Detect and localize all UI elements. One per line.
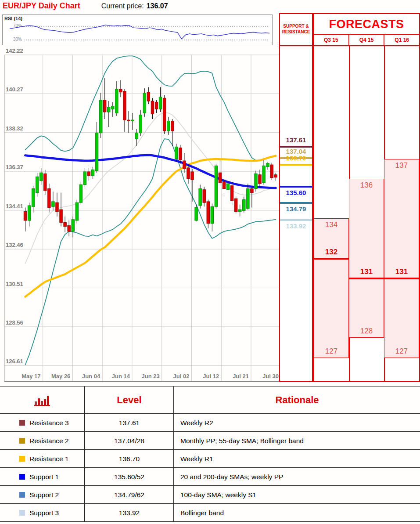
current-price-label: Current price: <box>101 2 144 10</box>
levels-table-icon-cell <box>0 387 85 413</box>
candle <box>155 100 158 113</box>
candle <box>274 173 277 181</box>
candle <box>159 87 162 112</box>
forecast-central-label: 131 <box>349 267 384 277</box>
candle <box>211 203 213 231</box>
candle <box>131 113 134 130</box>
level-value: 134.79/62 <box>114 491 144 499</box>
y-tick-label: 132.46 <box>6 242 23 248</box>
support-resistance-levels: 137.61137.04136.70135.60134.79133.92 <box>280 46 312 381</box>
forecast-central-label: 131 <box>384 267 419 277</box>
y-tick-label: 140.27 <box>6 86 23 93</box>
forecast-ranges: 134132127136131128137131127 <box>314 46 419 381</box>
level-value-cell: 134.79/62 <box>85 486 174 503</box>
candle <box>151 98 154 119</box>
candle <box>191 169 194 202</box>
candle <box>219 160 221 186</box>
candle <box>123 89 126 132</box>
rationale-cell: 100-day SMA; weekly S1 <box>174 486 420 503</box>
rationale-cell: Monthly PP; 55-day SMA; Bollinger band <box>174 432 420 449</box>
level-name: Support 2 <box>29 491 59 499</box>
candle <box>79 182 82 205</box>
series-bollinger-upper <box>25 56 276 161</box>
rationale-text: Weekly R2 <box>180 419 213 427</box>
support-resistance-column: SUPPORT & RESISTANCE 137.61137.04136.701… <box>279 13 313 382</box>
level-name: Resistance 3 <box>29 419 69 427</box>
forecast-quarter-q1-16: Q1 16 <box>384 35 419 45</box>
forecast-high-label: 134 <box>314 220 348 230</box>
x-tick-label: Jul 02 <box>173 373 190 379</box>
candle <box>40 168 43 185</box>
candle <box>207 199 209 228</box>
candle <box>48 184 50 213</box>
candle <box>99 93 102 138</box>
candle <box>230 184 233 205</box>
candle <box>262 160 265 185</box>
level-name: Resistance 2 <box>29 437 69 445</box>
candle <box>243 197 245 213</box>
candle <box>147 87 150 104</box>
forecast-quarter-q3-15: Q3 15 <box>314 35 348 45</box>
candle <box>203 187 205 206</box>
level-name: Support 3 <box>29 509 59 517</box>
rationale-column-header: Rationale <box>174 387 420 413</box>
candle <box>115 81 118 116</box>
candle <box>64 217 66 232</box>
y-tick-label: 130.51 <box>6 281 23 287</box>
level-name-cell: Resistance 1 <box>0 450 85 467</box>
forecasts-title: FORECASTS <box>314 14 419 35</box>
series-sma-55 <box>25 156 276 297</box>
levels-table-header: Level Rationale <box>0 386 420 414</box>
y-tick-label: 134.41 <box>6 203 23 210</box>
sr-level-line <box>280 186 312 188</box>
level-name-cell: Support 2 <box>0 486 85 503</box>
y-tick-label: 136.37 <box>6 164 23 170</box>
level-value-cell: 135.60/52 <box>85 468 174 485</box>
support-resistance-header: SUPPORT & RESISTANCE <box>280 14 312 46</box>
forecast-high-label: 137 <box>384 161 419 170</box>
candle <box>139 110 142 136</box>
forecast-box: 136131128 <box>349 179 384 338</box>
rationale-text: Bollinger band <box>180 509 224 517</box>
level-value: 133.92 <box>119 509 140 517</box>
candle <box>270 163 273 180</box>
series-bollinger-lower <box>25 139 276 365</box>
forecast-quarter-headers: Q3 15 Q4 15 Q1 16 <box>314 35 419 46</box>
sr-level-label: 134.79 <box>280 205 312 213</box>
legend-swatch <box>19 510 25 516</box>
x-tick-label: Jul 21 <box>233 373 249 379</box>
candle <box>83 168 86 187</box>
sr-level-label: 135.60 <box>280 188 312 197</box>
candle <box>108 101 110 127</box>
forecast-central-label: 132 <box>314 247 348 257</box>
sr-level-line <box>280 219 312 221</box>
candle <box>163 95 165 134</box>
legend-swatch <box>19 420 25 426</box>
x-tick-label: May 26 <box>51 373 70 379</box>
candle <box>56 193 58 217</box>
forecast-low-label: 127 <box>384 347 419 356</box>
level-name: Resistance 1 <box>29 455 69 463</box>
rsi-line <box>10 25 269 39</box>
level-name-cell: Resistance 2 <box>0 432 85 449</box>
level-name: Support 1 <box>29 473 59 481</box>
forecast-central-line <box>314 258 349 260</box>
rationale-cell: Weekly R1 <box>174 450 420 467</box>
table-row: Support 3133.92Bollinger band <box>0 504 420 522</box>
forecast-central-line <box>349 278 384 279</box>
rationale-text: Weekly R1 <box>180 455 213 463</box>
forecast-box: 137131127 <box>384 159 419 358</box>
rsi-chart <box>3 15 271 44</box>
candle <box>215 164 217 209</box>
legend-swatch <box>19 492 25 498</box>
x-tick-label: Jun 04 <box>82 373 101 379</box>
bar-chart-icon <box>33 393 51 407</box>
forecasts-panel: FORECASTS Q3 15 Q4 15 Q1 16 134132127136… <box>313 13 420 382</box>
candle <box>143 88 146 117</box>
level-value: 137.61 <box>119 419 140 427</box>
level-name-cell: Support 1 <box>0 468 85 485</box>
candle <box>87 168 90 181</box>
candle <box>60 193 62 227</box>
candle <box>44 170 47 195</box>
level-value-cell: 137.04/28 <box>85 432 174 449</box>
